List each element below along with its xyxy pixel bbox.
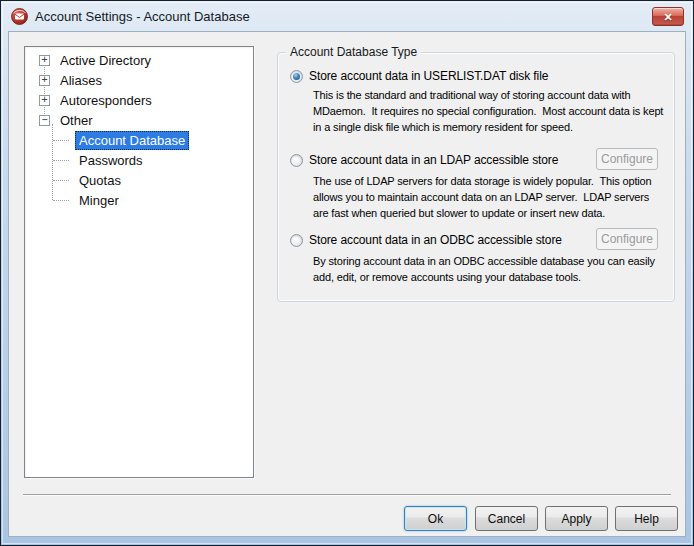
account-database-type-group: Account Database Type Store account data… <box>277 52 675 302</box>
option-label[interactable]: Store account data in USERLIST.DAT disk … <box>309 69 548 83</box>
option-ldap-description: The use of LDAP servers for data storage… <box>313 173 652 221</box>
radio-unselected-icon[interactable] <box>290 154 303 167</box>
dialog-client-area: + Active Directory + Aliases + Autorespo… <box>8 31 686 537</box>
tree-item-label[interactable]: Passwords <box>75 151 147 170</box>
option-userlist-dat[interactable]: Store account data in USERLIST.DAT disk … <box>290 69 548 83</box>
tree-item-label[interactable]: Other <box>56 111 97 130</box>
close-icon: ✕ <box>663 11 672 23</box>
footer-divider <box>23 494 671 495</box>
collapse-icon[interactable]: − <box>39 115 50 126</box>
tree-item-minger[interactable]: Minger <box>25 190 253 210</box>
tree-connector-stub <box>53 200 69 201</box>
tree-item-aliases[interactable]: + Aliases <box>25 70 253 90</box>
description-line: in a single disk file which is memory re… <box>313 119 663 135</box>
tree-item-label-selected[interactable]: Account Database <box>75 131 189 150</box>
option-odbc[interactable]: Store account data in an ODBC accessible… <box>290 233 562 247</box>
ldap-configure-button[interactable]: Configure <box>596 148 658 170</box>
tree-children-other: Account Database Passwords Quotas Minger <box>25 130 253 210</box>
description-line: This is the standard and traditional way… <box>313 87 663 103</box>
ok-button[interactable]: Ok <box>404 506 467 531</box>
tree-item-label[interactable]: Active Directory <box>56 51 155 70</box>
expand-icon[interactable]: + <box>39 95 50 106</box>
tree-item-other[interactable]: − Other <box>25 110 253 130</box>
option-odbc-description: By storing account data in an ODBC acces… <box>313 253 655 285</box>
description-line: add, edit, or remove accounts using your… <box>313 269 655 285</box>
description-line: are fast when queried but slower to upda… <box>313 205 652 221</box>
group-title: Account Database Type <box>286 45 421 59</box>
close-button[interactable]: ✕ <box>652 7 684 26</box>
tree-item-label[interactable]: Quotas <box>75 171 125 190</box>
description-line: allows you to maintain account data on a… <box>313 189 652 205</box>
radio-selected-icon[interactable] <box>290 70 303 83</box>
mdaemon-logo-icon <box>11 8 28 25</box>
tree-item-passwords[interactable]: Passwords <box>25 150 253 170</box>
tree-item-quotas[interactable]: Quotas <box>25 170 253 190</box>
odbc-configure-button[interactable]: Configure <box>596 228 658 250</box>
expand-icon[interactable]: + <box>39 75 50 86</box>
window-title: Account Settings - Account Database <box>35 9 250 24</box>
tree-item-label[interactable]: Autoresponders <box>56 91 156 110</box>
settings-tree[interactable]: + Active Directory + Aliases + Autorespo… <box>24 46 254 478</box>
tree-item-label[interactable]: Minger <box>75 191 123 210</box>
tree-item-account-database[interactable]: Account Database <box>25 130 253 150</box>
expand-icon[interactable]: + <box>39 55 50 66</box>
option-label[interactable]: Store account data in an LDAP accessible… <box>309 153 558 167</box>
title-bar[interactable]: Account Settings - Account Database ✕ <box>1 1 693 31</box>
option-ldap[interactable]: Store account data in an LDAP accessible… <box>290 153 558 167</box>
tree-item-autoresponders[interactable]: + Autoresponders <box>25 90 253 110</box>
dialog-window: Account Settings - Account Database ✕ + … <box>0 0 694 546</box>
option-label[interactable]: Store account data in an ODBC accessible… <box>309 233 562 247</box>
tree-item-label[interactable]: Aliases <box>56 71 106 90</box>
help-button[interactable]: Help <box>615 506 678 531</box>
description-line: MDaemon. It requires no special configur… <box>313 103 663 119</box>
tree-connector-stub <box>53 160 69 161</box>
tree-item-active-directory[interactable]: + Active Directory <box>25 50 253 70</box>
tree-connector-stub <box>53 140 69 141</box>
description-line: By storing account data in an ODBC acces… <box>313 253 655 269</box>
option-userlist-description: This is the standard and traditional way… <box>313 87 663 135</box>
apply-button[interactable]: Apply <box>545 506 608 531</box>
radio-unselected-icon[interactable] <box>290 234 303 247</box>
tree-connector-stub <box>53 180 69 181</box>
cancel-button[interactable]: Cancel <box>475 506 538 531</box>
description-line: The use of LDAP servers for data storage… <box>313 173 652 189</box>
